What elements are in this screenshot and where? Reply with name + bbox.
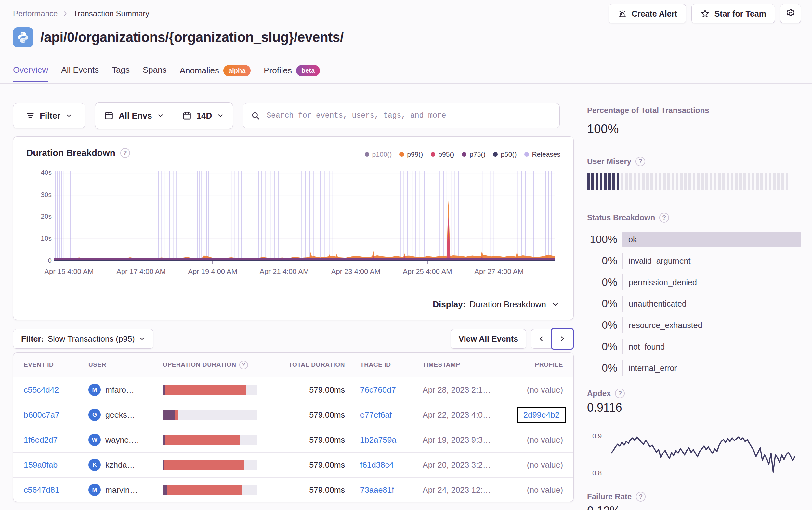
misery-bar — [596, 173, 598, 190]
display-dropdown[interactable] — [551, 300, 559, 308]
red-duration-segment — [175, 410, 179, 420]
date-range-dropdown[interactable]: 14D — [173, 111, 233, 121]
star-for-team-label: Star for Team — [715, 9, 766, 19]
create-alert-button[interactable]: Create Alert — [609, 4, 686, 23]
misery-bar — [705, 173, 708, 190]
profile-link[interactable]: 2d99e4b2 — [523, 410, 559, 420]
filter-bar: Filter All Envs 14D — [13, 102, 560, 129]
total-duration: 579.00ms — [265, 410, 345, 420]
python-platform-icon — [13, 27, 33, 48]
help-icon[interactable]: ? — [615, 389, 625, 398]
timestamp: Apr 22, 2023 4:0… — [423, 410, 517, 420]
misery-bar — [769, 173, 772, 190]
misery-bar — [591, 173, 594, 190]
pagination — [531, 328, 574, 350]
trace-id-link[interactable]: 1b2a759a — [360, 435, 396, 444]
event-id-link[interactable]: c55c4d42 — [24, 385, 88, 395]
highlighted-profile-box: 2d99e4b2 — [517, 407, 566, 423]
events-table: EVENT ID USER OPERATION DURATION? TOTAL … — [13, 353, 574, 502]
avatar: M — [88, 384, 101, 396]
misery-bar — [752, 173, 754, 190]
previous-page-button[interactable] — [531, 329, 552, 349]
event-id-link[interactable]: 159a0fab — [24, 460, 88, 470]
misery-bar — [612, 173, 615, 190]
tab-profiles[interactable]: Profilesbeta — [264, 65, 320, 84]
status-row: 0% invalid_argument — [587, 253, 801, 269]
trace-id-link[interactable]: f61d38c4 — [360, 460, 394, 470]
user-misery-title: User Misery ? — [587, 157, 801, 166]
misery-bar — [735, 173, 737, 190]
title-row: /api/0/organizations/{organization_slug}… — [13, 27, 344, 48]
x-axis-label: Apr 19 4:00 AM — [188, 267, 237, 276]
total-duration: 579.00ms — [265, 460, 345, 470]
breadcrumb-performance[interactable]: Performance — [13, 9, 58, 18]
transactions-filter-dropdown[interactable]: Filter: Slow Transactions (p95) — [13, 329, 153, 349]
legend-p100[interactable]: p100() — [365, 150, 392, 158]
events-toolbar: Filter: Slow Transactions (p95) View All… — [13, 328, 574, 350]
x-axis-label: Apr 17 4:00 AM — [116, 267, 166, 276]
help-icon[interactable]: ? — [636, 157, 645, 166]
sidebar-percentage-section: Percentage of Total Transactions 100% — [587, 106, 801, 136]
tab-all-events[interactable]: All Events — [61, 65, 99, 82]
misery-bar — [634, 173, 636, 190]
siren-icon — [617, 9, 627, 19]
tab-anomalies[interactable]: Anomaliesalpha — [180, 65, 251, 84]
p50-dot-icon — [493, 152, 498, 157]
trace-id-link[interactable]: e77ef6af — [360, 410, 392, 419]
tab-overview[interactable]: Overview — [13, 65, 48, 82]
filter-dropdown[interactable]: Filter — [13, 103, 85, 128]
col-trace-id: TRACE ID — [345, 361, 423, 368]
purple-duration-segment — [163, 485, 167, 496]
gear-icon — [785, 8, 796, 19]
misery-bar — [701, 173, 704, 190]
tabs-divider — [0, 84, 812, 84]
profile-value: (no value) — [527, 385, 563, 395]
purple-duration-segment — [163, 385, 166, 395]
operation-duration-bar — [163, 460, 257, 470]
misery-bar — [646, 173, 649, 190]
settings-button[interactable] — [780, 4, 801, 23]
search-input[interactable] — [266, 111, 552, 120]
duration-chart-plot[interactable] — [54, 171, 555, 261]
help-icon[interactable]: ? — [636, 492, 645, 502]
legend-p95[interactable]: p95() — [431, 150, 454, 158]
display-label: Display: — [433, 300, 465, 309]
help-icon[interactable]: ? — [239, 361, 248, 369]
operation-duration-bar — [163, 485, 257, 496]
star-for-team-button[interactable]: Star for Team — [691, 4, 775, 23]
breadcrumb: Performance Transaction Summary — [13, 9, 149, 18]
misery-bar — [756, 173, 759, 190]
misery-bar — [731, 173, 733, 190]
misery-bar — [709, 173, 712, 190]
legend-p75[interactable]: p75() — [462, 150, 485, 158]
event-id-link[interactable]: c5647d81 — [24, 485, 88, 495]
beta-badge: beta — [296, 65, 320, 76]
legend-p50[interactable]: p50() — [493, 150, 517, 158]
help-icon[interactable]: ? — [659, 213, 669, 222]
tab-spans[interactable]: Spans — [143, 65, 167, 82]
status-row: 0% resource_exhausted — [587, 318, 801, 333]
misery-bar — [604, 173, 607, 190]
x-axis-label: Apr 25 4:00 AM — [403, 267, 452, 276]
tab-bar: Overview All Events Tags Spans Anomalies… — [13, 65, 320, 84]
trace-id-link[interactable]: 73aae81f — [360, 485, 394, 494]
view-all-events-button[interactable]: View All Events — [451, 329, 526, 349]
tab-tags[interactable]: Tags — [112, 65, 130, 82]
x-axis-tick — [499, 261, 499, 264]
search-icon — [251, 111, 260, 120]
next-page-button[interactable] — [551, 328, 574, 350]
legend-releases[interactable]: Releases — [524, 150, 560, 158]
legend-p99[interactable]: p99() — [400, 150, 423, 158]
environment-dropdown[interactable]: All Envs — [95, 111, 173, 121]
misery-bar — [659, 173, 662, 190]
event-id-link[interactable]: b600c7a7 — [24, 410, 88, 420]
status-row-ok: 100% ok — [587, 232, 801, 247]
table-row: b600c7a7 Ggeeks… 579.00ms e77ef6af Apr 2… — [13, 402, 573, 427]
x-axis-label: Apr 23 4:00 AM — [331, 267, 381, 276]
env-date-group: All Envs 14D — [95, 102, 233, 129]
timestamp: Apr 28, 2023 2:1… — [423, 385, 517, 395]
user-name: wayne.… — [105, 435, 139, 445]
help-icon[interactable]: ? — [120, 148, 130, 158]
event-id-link[interactable]: 1f6ed2d7 — [24, 435, 88, 445]
trace-id-link[interactable]: 76c760d7 — [360, 385, 396, 394]
